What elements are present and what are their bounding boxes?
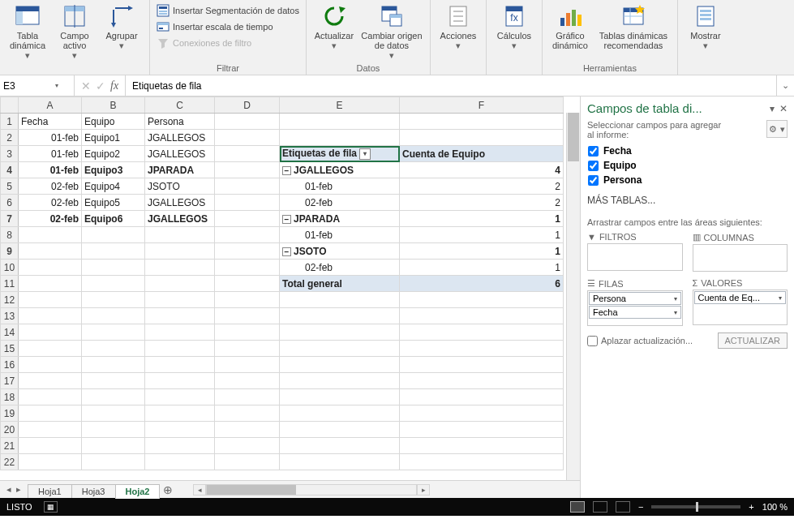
cell[interactable]: [215, 454, 280, 470]
vertical-scrollbar[interactable]: [566, 113, 580, 480]
cell[interactable]: 01-feb: [280, 178, 400, 195]
cell[interactable]: [19, 292, 82, 308]
pill-fecha[interactable]: Fecha▾: [589, 306, 681, 319]
cell[interactable]: 1: [400, 243, 564, 260]
show-button[interactable]: Mostrar▾: [683, 2, 728, 50]
cell[interactable]: [215, 195, 280, 211]
cell[interactable]: [19, 438, 82, 454]
row-header[interactable]: 1: [1, 114, 19, 130]
cell[interactable]: [215, 260, 280, 276]
cell[interactable]: [19, 243, 82, 260]
row-header[interactable]: 2: [1, 130, 19, 146]
insert-slicer[interactable]: Insertar Segmentación de datos: [155, 3, 301, 18]
cell[interactable]: [19, 227, 82, 243]
update-button[interactable]: ACTUALIZAR: [718, 332, 788, 349]
refresh-button[interactable]: Actualizar▾: [311, 2, 357, 50]
active-field-button[interactable]: Campo activo▾: [52, 2, 97, 60]
cell[interactable]: [82, 389, 145, 405]
cell[interactable]: [19, 454, 82, 470]
row-header[interactable]: 14: [1, 324, 19, 341]
row-header[interactable]: 18: [1, 389, 19, 405]
cell[interactable]: [145, 227, 215, 243]
row-header[interactable]: 16: [1, 357, 19, 373]
cell[interactable]: [215, 243, 280, 260]
cell[interactable]: [215, 405, 280, 422]
row-header[interactable]: 20: [1, 422, 19, 438]
defer-update-checkbox[interactable]: Aplazar actualización...: [587, 336, 693, 346]
cell[interactable]: [145, 308, 215, 324]
cell[interactable]: Cuenta de Equipo: [400, 146, 564, 162]
cell[interactable]: [400, 292, 564, 308]
cell[interactable]: [145, 389, 215, 405]
cell[interactable]: [215, 162, 280, 178]
new-sheet-icon[interactable]: ⊕: [159, 481, 177, 498]
cell[interactable]: JPARADA: [145, 162, 215, 178]
cell[interactable]: [215, 130, 280, 146]
name-box-input[interactable]: [3, 80, 55, 92]
cell[interactable]: [400, 308, 564, 324]
row-header[interactable]: 10: [1, 260, 19, 276]
cell[interactable]: −JGALLEGOS: [280, 162, 400, 178]
macro-record-icon[interactable]: ▦: [44, 501, 58, 513]
cell[interactable]: [145, 341, 215, 357]
cell[interactable]: [19, 422, 82, 438]
row-header[interactable]: 15: [1, 341, 19, 357]
cell[interactable]: Equipo2: [82, 146, 145, 162]
cell[interactable]: [280, 389, 400, 405]
cell[interactable]: [280, 422, 400, 438]
cell[interactable]: [215, 227, 280, 243]
sheet-tab[interactable]: Hoja2: [115, 484, 161, 499]
cell[interactable]: [280, 130, 400, 146]
cell[interactable]: [82, 373, 145, 389]
cell[interactable]: [215, 341, 280, 357]
cell[interactable]: [19, 308, 82, 324]
row-header[interactable]: 11: [1, 276, 19, 292]
col-header[interactable]: C: [145, 97, 215, 114]
cell[interactable]: [145, 405, 215, 422]
cell[interactable]: Equipo4: [82, 178, 145, 195]
cell[interactable]: [145, 454, 215, 470]
cell[interactable]: [215, 357, 280, 373]
recommended-pivot-button[interactable]: Tablas dinámicas recomendadas: [594, 2, 672, 50]
cell[interactable]: [215, 389, 280, 405]
calculations-button[interactable]: fx Cálculos▾: [491, 2, 537, 50]
cell[interactable]: [280, 405, 400, 422]
cell[interactable]: 02-feb: [19, 211, 82, 227]
row-header[interactable]: 22: [1, 454, 19, 470]
cell[interactable]: [400, 438, 564, 454]
cell[interactable]: [280, 324, 400, 341]
cell[interactable]: [145, 422, 215, 438]
cell[interactable]: 01-feb: [19, 130, 82, 146]
col-header[interactable]: B: [82, 97, 145, 114]
cell[interactable]: 01-feb: [19, 162, 82, 178]
cell[interactable]: [400, 454, 564, 470]
cell[interactable]: [400, 405, 564, 422]
cell[interactable]: [82, 422, 145, 438]
cell[interactable]: 02-feb: [19, 195, 82, 211]
cell[interactable]: [400, 324, 564, 341]
row-header[interactable]: 19: [1, 405, 19, 422]
view-pagebreak-icon[interactable]: [616, 501, 630, 513]
cell[interactable]: 6: [400, 276, 564, 292]
pill-cuenta[interactable]: Cuenta de Eq...▾: [694, 291, 787, 304]
cell[interactable]: [145, 243, 215, 260]
cell[interactable]: [145, 438, 215, 454]
cell[interactable]: Fecha: [19, 114, 82, 130]
cell[interactable]: [19, 260, 82, 276]
row-header[interactable]: 4: [1, 162, 19, 178]
area-filters[interactable]: [587, 243, 683, 271]
cell[interactable]: [145, 373, 215, 389]
row-header[interactable]: 8: [1, 227, 19, 243]
cell[interactable]: [82, 260, 145, 276]
field-checkbox[interactable]: Fecha: [588, 144, 787, 158]
hscroll-left-icon[interactable]: ◂: [193, 484, 206, 496]
area-columns[interactable]: [693, 244, 788, 272]
cell[interactable]: [82, 357, 145, 373]
cell[interactable]: [215, 324, 280, 341]
cell[interactable]: −JPARADA: [280, 211, 400, 227]
cell[interactable]: [280, 114, 400, 130]
cell[interactable]: [19, 357, 82, 373]
group-button[interactable]: Agrupar▾: [99, 2, 144, 50]
field-checkbox[interactable]: Persona: [588, 173, 787, 187]
cell[interactable]: 02-feb: [19, 178, 82, 195]
